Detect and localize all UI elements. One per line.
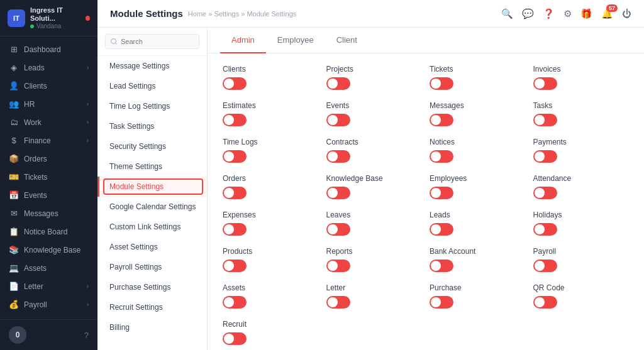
- toggle-holidays[interactable]: [533, 223, 557, 236]
- module-item-letter: Letter: [326, 283, 423, 309]
- sidebar-item-tickets[interactable]: 🎫 Tickets: [0, 168, 97, 186]
- power-icon[interactable]: ⏻: [622, 8, 631, 19]
- sidebar-item-assets[interactable]: 💻 Assets: [0, 259, 97, 277]
- toggle-attendance[interactable]: [533, 187, 557, 199]
- header-actions: 🔍 💬 ❓ ⚙ 🎁 🔔 57 ⏻: [501, 8, 631, 19]
- online-indicator: [30, 25, 34, 28]
- module-item-employees: Employees: [430, 174, 526, 199]
- toggle-notices[interactable]: [430, 150, 453, 163]
- search-icon[interactable]: 🔍: [501, 8, 513, 19]
- app-name: Ingress IT Soluti...: [30, 6, 80, 23]
- sidebar-item-finance[interactable]: $ Finance ›: [0, 131, 97, 150]
- main-content: Module Settings Home » Settings » Module…: [97, 0, 644, 350]
- toggle-time-logs[interactable]: [223, 150, 247, 163]
- module-item-leaves: Leaves: [326, 211, 423, 236]
- toggle-payroll[interactable]: [533, 260, 557, 272]
- toggle-events[interactable]: [326, 114, 350, 126]
- settings-menu-item-asset-settings[interactable]: Asset Settings: [97, 237, 207, 257]
- module-item-notices: Notices: [430, 138, 526, 163]
- events-icon: 📅: [9, 190, 19, 200]
- module-item-leads: Leads: [430, 211, 526, 236]
- toggle-tickets[interactable]: [430, 77, 453, 90]
- toggle-purchase[interactable]: [430, 296, 453, 309]
- module-item-invoices: Invoices: [533, 65, 630, 90]
- sidebar-item-knowledge-base[interactable]: 📚 Knowledge Base: [0, 241, 97, 259]
- settings-icon[interactable]: ⚙: [564, 8, 572, 19]
- sidebar-item-leads[interactable]: ◈ Leads ›: [0, 58, 97, 77]
- sidebar-item-notice-board[interactable]: 📋 Notice Board: [0, 222, 97, 241]
- sidebar-item-work[interactable]: 🗂 Work ›: [0, 113, 97, 131]
- notice-board-icon: 📋: [9, 227, 19, 236]
- settings-menu-item-lead-settings[interactable]: Lead Settings: [97, 76, 207, 96]
- toggle-reports[interactable]: [326, 260, 350, 272]
- toggle-leaves[interactable]: [326, 223, 350, 236]
- settings-menu-item-module-settings[interactable]: Module Settings: [97, 177, 207, 197]
- settings-menu-item-purchase-settings[interactable]: Purchase Settings: [97, 277, 207, 297]
- content-area: Message Settings Lead Settings Time Log …: [97, 28, 644, 350]
- assets-icon: 💻: [9, 263, 19, 273]
- sidebar: IT Ingress IT Soluti... Vandana ⊞ Dashbo…: [0, 0, 97, 350]
- toggle-letter[interactable]: [326, 296, 350, 309]
- chat-icon[interactable]: 💬: [522, 8, 534, 19]
- toggle-qr-code[interactable]: [533, 296, 557, 309]
- toggle-employees[interactable]: [430, 187, 453, 199]
- toggle-contracts[interactable]: [326, 150, 350, 163]
- sidebar-footer: 0 ?: [0, 319, 97, 350]
- module-item-knowledge-base: Knowledge Base: [326, 174, 423, 199]
- settings-menu-item-theme-settings[interactable]: Theme Settings: [97, 156, 207, 177]
- toggle-messages[interactable]: [430, 114, 453, 126]
- toggle-bank-account[interactable]: [430, 260, 453, 272]
- toggle-orders[interactable]: [223, 187, 247, 199]
- settings-menu-item-time-log-settings[interactable]: Time Log Settings: [97, 96, 207, 116]
- module-item-recruit: Recruit: [223, 320, 319, 345]
- tab-client[interactable]: Client: [325, 28, 369, 53]
- toggle-tasks[interactable]: [533, 114, 557, 126]
- help-icon[interactable]: ?: [84, 331, 89, 340]
- toggle-leads[interactable]: [430, 223, 453, 236]
- help-header-icon[interactable]: ❓: [543, 8, 555, 19]
- module-item-expenses: Expenses: [223, 211, 319, 236]
- settings-menu-item-payroll-settings[interactable]: Payroll Settings: [97, 257, 207, 277]
- toggle-clients[interactable]: [223, 77, 247, 90]
- settings-menu-item-billing[interactable]: Billing: [97, 317, 207, 337]
- sidebar-header: IT Ingress IT Soluti... Vandana: [0, 0, 97, 36]
- settings-menu-item-message-settings[interactable]: Message Settings: [97, 56, 207, 76]
- sidebar-user: Vandana: [30, 23, 80, 30]
- module-item-clients: Clients: [223, 65, 319, 90]
- toggle-products[interactable]: [223, 260, 247, 272]
- sidebar-nav: ⊞ Dashboard ◈ Leads › 👤 Clients 👥 HR › 🗂…: [0, 36, 97, 319]
- search-input[interactable]: [105, 34, 199, 49]
- work-arrow-icon: ›: [87, 119, 89, 126]
- sidebar-item-payroll[interactable]: 💰 Payroll ›: [0, 295, 97, 314]
- toggle-invoices[interactable]: [533, 77, 557, 90]
- settings-menu-item-security-settings[interactable]: Security Settings: [97, 136, 207, 156]
- toggle-recruit[interactable]: [223, 332, 247, 345]
- sidebar-item-letter[interactable]: 📄 Letter ›: [0, 277, 97, 295]
- settings-menu-item-google-calendar[interactable]: Google Calendar Settings: [97, 197, 207, 217]
- toggle-knowledge-base[interactable]: [326, 187, 350, 199]
- notification-icon[interactable]: 🔔 57: [601, 8, 613, 19]
- settings-menu-item-recruit-settings[interactable]: Recruit Settings: [97, 297, 207, 317]
- module-item-estimates: Estimates: [223, 101, 319, 126]
- sidebar-item-clients[interactable]: 👤 Clients: [0, 77, 97, 95]
- module-item-bank-account: Bank Account: [430, 247, 526, 272]
- sidebar-item-dashboard[interactable]: ⊞ Dashboard: [0, 40, 97, 58]
- page-title: Module Settings: [110, 8, 183, 19]
- tab-admin[interactable]: Admin: [220, 28, 266, 53]
- sidebar-item-orders[interactable]: 📦 Orders: [0, 150, 97, 168]
- settings-menu-item-custom-link[interactable]: Custom Link Settings: [97, 217, 207, 237]
- toggle-projects[interactable]: [326, 77, 350, 90]
- toggle-assets[interactable]: [223, 296, 247, 309]
- toggle-expenses[interactable]: [223, 223, 247, 236]
- settings-menu-item-task-settings[interactable]: Task Settings: [97, 116, 207, 136]
- sidebar-item-messages[interactable]: ✉ Messages: [0, 204, 97, 222]
- gift-icon[interactable]: 🎁: [580, 8, 592, 19]
- toggle-payments[interactable]: [533, 150, 557, 163]
- orders-icon: 📦: [9, 154, 19, 163]
- toggle-estimates[interactable]: [223, 114, 247, 126]
- notification-badge: 57: [606, 4, 618, 12]
- sidebar-item-events[interactable]: 📅 Events: [0, 186, 97, 204]
- tab-employee[interactable]: Employee: [266, 28, 325, 53]
- work-icon: 🗂: [9, 118, 19, 127]
- sidebar-item-hr[interactable]: 👥 HR ›: [0, 95, 97, 113]
